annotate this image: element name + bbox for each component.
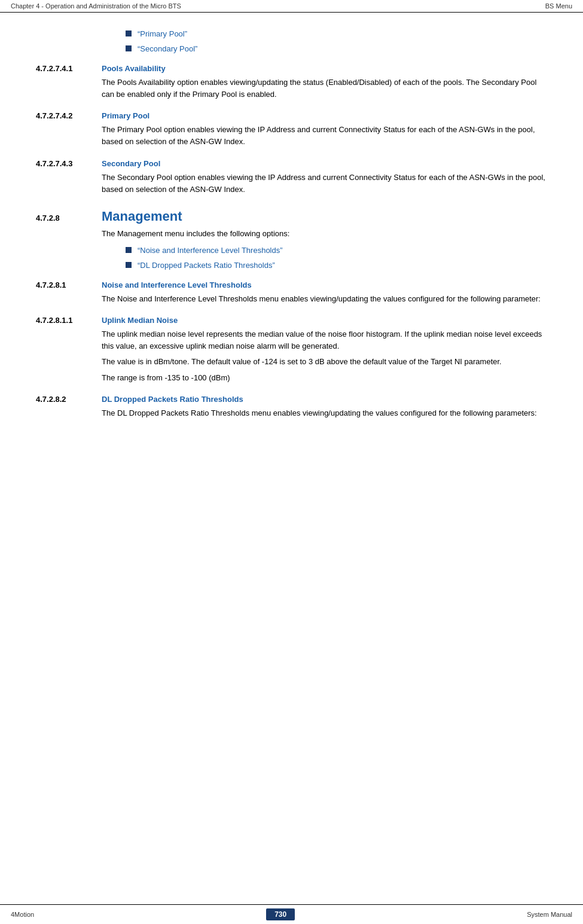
footer-page-number: 730 xyxy=(266,908,295,920)
bullet-dl-dropped: “DL Dropped Packets Ratio Thresholds” xyxy=(126,261,547,270)
section-title-4-7-2-8-1-1: Uplink Median Noise xyxy=(102,316,178,325)
body-text-4-7-2-7-4-3: The Secondary Pool option enables viewin… xyxy=(102,172,547,196)
section-4-7-2-7-4-3-row: 4.7.2.7.4.3 Secondary Pool xyxy=(36,159,547,168)
section-4-7-2-8-2-row: 4.7.2.8.2 DL Dropped Packets Ratio Thres… xyxy=(36,395,547,404)
section-4-7-2-8-row: 4.7.2.8 Management xyxy=(36,209,547,224)
body-text-4-7-2-8-1: The Noise and Interference Level Thresho… xyxy=(102,293,547,305)
body-text-4-7-2-8-2: The DL Dropped Packets Ratio Thresholds … xyxy=(102,407,547,419)
section-title-4-7-2-7-4-3: Secondary Pool xyxy=(102,159,160,168)
bullet-icon-secondary xyxy=(126,45,132,51)
body-text-4-7-2-7-4-1: The Pools Availability option enables vi… xyxy=(102,77,547,100)
section-number-4-7-2-7-4-2: 4.7.2.7.4.2 xyxy=(36,111,102,120)
bullet-text-noise: “Noise and Interference Level Thresholds… xyxy=(138,246,283,255)
top-bullets: “Primary Pool” “Secondary Pool” xyxy=(102,29,547,53)
section-title-4-7-2-8-2: DL Dropped Packets Ratio Thresholds xyxy=(102,395,243,404)
footer-right: System Manual xyxy=(527,911,572,918)
bullet-noise-thresholds: “Noise and Interference Level Thresholds… xyxy=(126,246,547,255)
bullet-icon-noise xyxy=(126,247,132,253)
bullet-text-primary: “Primary Pool” xyxy=(138,29,187,38)
section-title-4-7-2-7-4-1: Pools Availability xyxy=(102,64,166,73)
bullet-text-dl: “DL Dropped Packets Ratio Thresholds” xyxy=(138,261,275,270)
section-number-4-7-2-7-4-3: 4.7.2.7.4.3 xyxy=(36,159,102,168)
main-content: “Primary Pool” “Secondary Pool” 4.7.2.7.… xyxy=(0,13,583,459)
section-4-7-2-7-4-1-row: 4.7.2.7.4.1 Pools Availability xyxy=(36,64,547,73)
section-number-4-7-2-8-1: 4.7.2.8.1 xyxy=(36,280,102,289)
management-intro: The Management menu includes the followi… xyxy=(102,228,547,240)
body-text-4-7-2-8-1-1-p2: The value is in dBm/tone. The default va… xyxy=(102,356,547,368)
section-number-4-7-2-8-1-1: 4.7.2.8.1.1 xyxy=(36,316,102,325)
section-4-7-2-8-1-row: 4.7.2.8.1 Noise and Interference Level T… xyxy=(36,280,547,289)
header-left: Chapter 4 - Operation and Administration… xyxy=(11,2,181,10)
body-text-4-7-2-8-1-1-p3: The range is from -135 to -100 (dBm) xyxy=(102,372,547,384)
section-number-4-7-2-8: 4.7.2.8 xyxy=(36,214,102,222)
header-right: BS Menu xyxy=(545,2,572,10)
body-text-4-7-2-8-1-1-p1: The uplink median noise level represents… xyxy=(102,328,547,352)
section-title-4-7-2-7-4-2: Primary Pool xyxy=(102,111,149,120)
body-text-4-7-2-7-4-2: The Primary Pool option enables viewing … xyxy=(102,124,547,148)
management-bullets: “Noise and Interference Level Thresholds… xyxy=(102,246,547,270)
bullet-icon-dl xyxy=(126,262,132,268)
section-title-4-7-2-8: Management xyxy=(102,209,182,224)
section-title-4-7-2-8-1: Noise and Interference Level Thresholds xyxy=(102,280,252,289)
bullet-item-primary: “Primary Pool” xyxy=(126,29,547,38)
section-4-7-2-7-4-2-row: 4.7.2.7.4.2 Primary Pool xyxy=(36,111,547,120)
page-header: Chapter 4 - Operation and Administration… xyxy=(0,0,583,13)
bullet-icon-primary xyxy=(126,31,132,36)
bullet-text-secondary: “Secondary Pool” xyxy=(138,44,197,53)
section-4-7-2-8-1-1-row: 4.7.2.8.1.1 Uplink Median Noise xyxy=(36,316,547,325)
bullet-item-secondary: “Secondary Pool” xyxy=(126,44,547,53)
section-number-4-7-2-7-4-1: 4.7.2.7.4.1 xyxy=(36,64,102,73)
section-number-4-7-2-8-2: 4.7.2.8.2 xyxy=(36,395,102,404)
footer-left: 4Motion xyxy=(11,911,34,918)
page-footer: 4Motion 730 System Manual xyxy=(0,904,583,924)
